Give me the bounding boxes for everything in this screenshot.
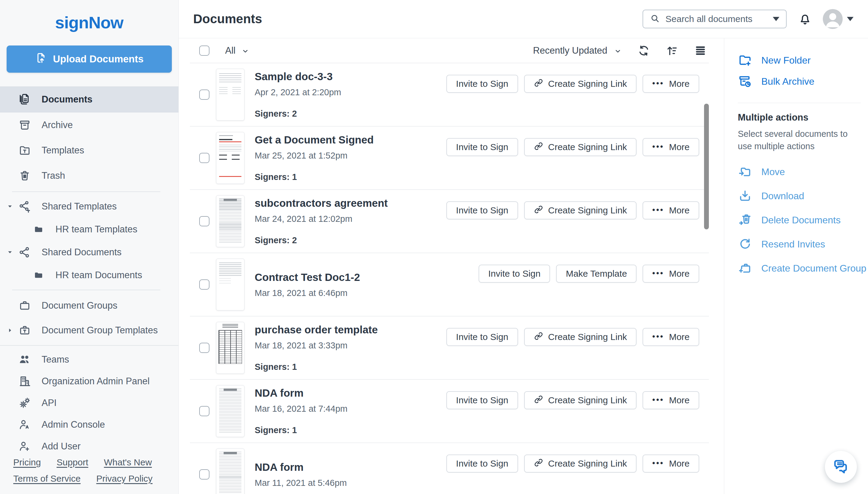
- document-title[interactable]: NDA form: [255, 387, 347, 399]
- create-document-group-link[interactable]: Create Document Group: [738, 256, 868, 280]
- upload-documents-button[interactable]: Upload Documents: [7, 45, 172, 73]
- sidebar-item-teams[interactable]: Teams: [0, 349, 178, 370]
- document-thumbnail[interactable]: [216, 449, 245, 494]
- shared-templates-icon: [18, 200, 31, 213]
- document-thumbnail[interactable]: [216, 259, 245, 310]
- filter-dropdown[interactable]: All: [225, 45, 249, 56]
- refresh-button[interactable]: [637, 44, 650, 57]
- sidebar-item-api[interactable]: API: [0, 392, 178, 414]
- more-button[interactable]: •••More: [642, 75, 699, 93]
- more-button[interactable]: •••More: [642, 201, 699, 220]
- avatar[interactable]: [823, 9, 843, 29]
- invite-to-sign-button[interactable]: Invite to Sign: [446, 455, 518, 473]
- sidebar-item-label: Document Groups: [42, 300, 118, 311]
- toolbar-right: Recently Updated: [533, 44, 707, 57]
- document-title[interactable]: Sample doc-3-3: [255, 71, 341, 82]
- invite-to-sign-button[interactable]: Invite to Sign: [446, 75, 518, 93]
- more-button[interactable]: •••More: [642, 328, 699, 346]
- create-signing-link-button[interactable]: Create Signing Link: [524, 391, 637, 409]
- more-button[interactable]: •••More: [642, 265, 699, 283]
- resend-invites-link[interactable]: Resend Invites: [738, 232, 868, 256]
- document-thumbnail[interactable]: [216, 69, 245, 120]
- button-label: More: [669, 269, 690, 279]
- invite-to-sign-button[interactable]: Invite to Sign: [446, 391, 518, 409]
- documents-icon: [18, 93, 31, 106]
- sort-dropdown[interactable]: Recently Updated: [533, 45, 622, 56]
- sidebar-item-archive[interactable]: Archive: [0, 112, 178, 138]
- row-checkbox[interactable]: [199, 469, 210, 479]
- select-all-checkbox[interactable]: [199, 45, 210, 56]
- button-label: More: [669, 332, 690, 342]
- document-actions: Invite to SignCreate Signing Link•••More: [446, 391, 699, 409]
- view-density-button[interactable]: [694, 44, 707, 57]
- make-template-button[interactable]: Make Template: [556, 265, 637, 283]
- footer-link-pricing[interactable]: Pricing: [13, 457, 41, 468]
- footer-link-support[interactable]: Support: [57, 457, 88, 468]
- shared-documents-icon: [18, 246, 31, 259]
- document-thumbnail[interactable]: [216, 385, 245, 437]
- sidebar-item-hr-team-templates[interactable]: HR team Templates: [0, 218, 178, 241]
- sidebar-item-hr-team-documents[interactable]: HR team Documents: [0, 264, 178, 287]
- sidebar-item-organization-admin-panel[interactable]: Organization Admin Panel: [0, 370, 178, 392]
- sidebar-item-shared-documents[interactable]: Shared Documents: [0, 241, 178, 264]
- delete-documents-link[interactable]: Delete Documents: [738, 208, 868, 232]
- chat-button[interactable]: [825, 451, 857, 483]
- more-button[interactable]: •••More: [642, 455, 699, 473]
- footer-link-what-s-new[interactable]: What's New: [104, 457, 152, 468]
- invite-to-sign-button[interactable]: Invite to Sign: [446, 201, 518, 220]
- caret-down-icon[interactable]: [6, 203, 14, 210]
- document-thumbnail[interactable]: [216, 132, 245, 184]
- document-title[interactable]: NDA form: [255, 461, 347, 473]
- caret-down-icon[interactable]: [6, 248, 14, 256]
- footer-link-terms-of-service[interactable]: Terms of Service: [13, 474, 80, 484]
- search-box[interactable]: [642, 10, 787, 28]
- sidebar-item-document-groups[interactable]: Document Groups: [0, 293, 178, 318]
- create-signing-link-button[interactable]: Create Signing Link: [524, 328, 637, 346]
- document-title[interactable]: Get a Document Signed: [255, 134, 374, 146]
- sort-order-button[interactable]: [666, 44, 678, 57]
- create-document-group-icon: [738, 261, 752, 275]
- sidebar-item-shared-templates[interactable]: Shared Templates: [0, 195, 178, 218]
- search-input[interactable]: [665, 14, 768, 24]
- row-checkbox[interactable]: [199, 279, 210, 290]
- document-thumbnail[interactable]: [216, 195, 245, 247]
- sidebar-item-trash[interactable]: Trash: [0, 163, 178, 188]
- create-signing-link-button[interactable]: Create Signing Link: [524, 201, 637, 220]
- sidebar-item-document-group-templates[interactable]: Document Group Templates: [0, 318, 178, 343]
- sidebar-item-templates[interactable]: Templates: [0, 138, 178, 163]
- account-menu[interactable]: [823, 9, 853, 29]
- document-title[interactable]: subcontractors agreement: [255, 197, 388, 209]
- sidebar-item-documents[interactable]: Documents: [0, 87, 178, 112]
- move-link[interactable]: Move: [738, 160, 868, 184]
- document-title[interactable]: Contract Test Doc1-2: [255, 271, 360, 283]
- create-signing-link-button[interactable]: Create Signing Link: [524, 455, 637, 473]
- button-label: More: [669, 395, 690, 405]
- invite-to-sign-button[interactable]: Invite to Sign: [479, 265, 550, 283]
- create-signing-link-button[interactable]: Create Signing Link: [524, 75, 637, 93]
- more-button[interactable]: •••More: [642, 138, 699, 156]
- new-folder-link[interactable]: New Folder: [738, 50, 868, 71]
- document-title[interactable]: purchase order template: [255, 324, 378, 336]
- row-checkbox[interactable]: [199, 216, 210, 226]
- sidebar-item-add-user[interactable]: Add User: [0, 436, 178, 457]
- invite-to-sign-button[interactable]: Invite to Sign: [446, 328, 518, 346]
- bulk-archive-link[interactable]: Bulk Archive: [738, 71, 868, 92]
- scrollbar-thumb[interactable]: [704, 104, 709, 229]
- row-checkbox[interactable]: [199, 90, 210, 100]
- notifications-bell-button[interactable]: [798, 12, 812, 26]
- more-button[interactable]: •••More: [642, 391, 699, 409]
- create-signing-link-button[interactable]: Create Signing Link: [524, 138, 637, 156]
- document-actions: Invite to SignCreate Signing Link•••More: [446, 75, 699, 93]
- sidebar-item-label: Documents: [42, 94, 93, 105]
- document-thumbnail[interactable]: [216, 322, 245, 374]
- account-caret-icon[interactable]: [847, 17, 853, 21]
- search-scope-caret-icon[interactable]: [773, 17, 779, 21]
- invite-to-sign-button[interactable]: Invite to Sign: [446, 138, 518, 156]
- row-checkbox[interactable]: [199, 343, 210, 353]
- caret-right-icon[interactable]: [6, 326, 14, 334]
- footer-link-privacy-policy[interactable]: Privacy Policy: [96, 474, 153, 484]
- sidebar-item-admin-console[interactable]: Admin Console: [0, 414, 178, 436]
- row-checkbox[interactable]: [199, 153, 210, 163]
- row-checkbox[interactable]: [199, 406, 210, 416]
- download-link[interactable]: Download: [738, 184, 868, 208]
